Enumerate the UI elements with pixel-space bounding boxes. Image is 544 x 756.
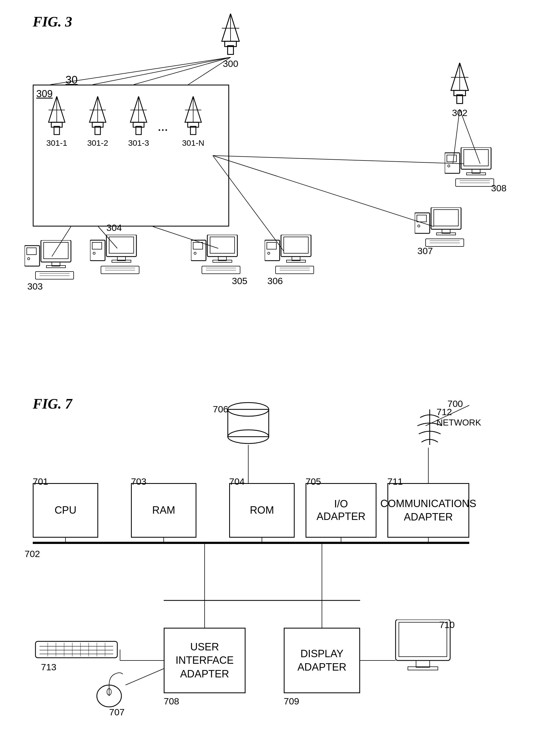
tower-301-N: 301-N [181, 96, 206, 148]
svg-rect-108 [416, 660, 430, 667]
svg-rect-75 [193, 242, 203, 249]
ref-308: 308 [491, 183, 507, 194]
svg-line-136 [126, 669, 164, 685]
comm-adapter-box: COMMUNICATIONS ADAPTER [387, 483, 469, 538]
ref-30: 30 [66, 74, 78, 86]
svg-rect-31 [464, 150, 488, 166]
ref-710: 710 [439, 620, 455, 630]
svg-rect-55 [27, 248, 36, 255]
io-adapter-label: I/O ADAPTER [316, 498, 365, 523]
ref-302: 302 [452, 108, 468, 118]
ref-713: 713 [41, 662, 57, 672]
svg-point-76 [194, 252, 196, 254]
svg-rect-81 [284, 237, 308, 253]
ellipsis: ... [158, 118, 168, 134]
ui-adapter-box: USER INTERFACE ADAPTER [164, 628, 246, 693]
workstation-305: 305 [191, 235, 246, 279]
comm-adapter-label: COMMUNICATIONS ADAPTER [380, 497, 476, 524]
fig7-label: FIG. 7 [33, 396, 72, 412]
svg-rect-61 [109, 237, 134, 253]
svg-point-36 [448, 165, 450, 167]
cpu-label: CPU [55, 504, 76, 517]
svg-rect-57 [35, 272, 74, 279]
svg-rect-77 [202, 266, 240, 274]
svg-rect-65 [92, 242, 102, 249]
svg-point-46 [418, 225, 420, 227]
network-label: NETWORK [436, 418, 481, 428]
svg-rect-87 [275, 266, 314, 274]
ref-711: 711 [387, 476, 403, 487]
svg-rect-71 [210, 237, 235, 253]
ref-703: 703 [131, 476, 147, 487]
workstation-304: 304 [90, 235, 145, 279]
svg-point-86 [268, 252, 270, 254]
svg-rect-0 [228, 46, 233, 54]
ui-adapter-label: USER INTERFACE ADAPTER [176, 640, 234, 681]
fig3-section: FIG. 3 30 300 309 301-1 [16, 11, 535, 366]
svg-line-92 [134, 57, 231, 85]
ref-301-N: 301-N [182, 138, 204, 148]
monitor-710: 710 [393, 620, 453, 681]
fig7-section: FIG. 7 700 706 712 NETWORK CPU 701 RAM 7 [16, 390, 535, 745]
display-adapter-label: DISPLAY ADAPTER [297, 647, 346, 674]
workstation-303: 303 [25, 240, 79, 285]
ref-707: 707 [109, 707, 125, 718]
svg-rect-47 [426, 239, 464, 246]
database-706: 706 [224, 401, 273, 446]
tower-301-2: 301-2 [85, 96, 110, 148]
ref-306: 306 [268, 276, 283, 286]
svg-rect-45 [417, 215, 426, 222]
io-adapter-box: I/O ADAPTER [305, 483, 376, 538]
cpu-box: CPU [33, 483, 98, 538]
ref-701: 701 [33, 476, 48, 487]
svg-rect-103 [228, 409, 269, 437]
ref-705: 705 [305, 476, 321, 487]
workstation-308: 308 [445, 147, 499, 192]
fig3-label: FIG. 3 [33, 14, 72, 30]
ref-708: 708 [164, 696, 179, 707]
ref-704: 704 [229, 476, 245, 487]
ram-label: RAM [152, 504, 175, 517]
ref-301-3: 301-3 [128, 138, 149, 148]
ref-706: 706 [213, 404, 228, 415]
ref-305: 305 [232, 276, 248, 286]
ref-303: 303 [27, 281, 43, 292]
workstation-306: 306 [265, 235, 319, 279]
svg-point-66 [93, 252, 95, 254]
svg-line-98 [213, 156, 434, 227]
tower-301-1: 301-1 [44, 96, 69, 148]
ref-307: 307 [417, 246, 433, 256]
svg-rect-51 [44, 242, 68, 259]
svg-rect-37 [456, 179, 494, 186]
svg-rect-85 [267, 242, 276, 249]
keyboard-713: 713 [33, 636, 120, 664]
ref-304: 304 [106, 222, 122, 233]
ram-box: RAM [131, 483, 197, 538]
svg-rect-41 [434, 210, 458, 226]
svg-point-56 [28, 258, 30, 260]
ref-300: 300 [223, 58, 239, 69]
svg-line-99 [213, 156, 464, 164]
ref-702: 702 [25, 549, 40, 559]
tower-301-3: 301-3 [126, 96, 151, 148]
svg-rect-35 [447, 155, 456, 162]
ref-712: 712 [436, 407, 452, 417]
workstation-307: 307 [415, 207, 469, 252]
tower-300: 300 [218, 14, 243, 69]
network-712: 712 NETWORK [409, 407, 450, 449]
ref-301-2: 301-2 [87, 138, 108, 148]
ref-709: 709 [284, 696, 299, 707]
svg-line-91 [93, 57, 231, 85]
rom-box: ROM [229, 483, 294, 538]
display-adapter-box: DISPLAY ADAPTER [284, 628, 360, 693]
server-group-309: 309 301-1 301-2 [33, 85, 229, 227]
bus-line-702 [33, 542, 469, 544]
svg-rect-67 [101, 266, 139, 274]
rom-label: ROM [250, 504, 274, 517]
ref-301-1: 301-1 [46, 138, 67, 148]
tower-302: 302 [447, 63, 472, 118]
mouse-707: 707 [93, 671, 126, 711]
